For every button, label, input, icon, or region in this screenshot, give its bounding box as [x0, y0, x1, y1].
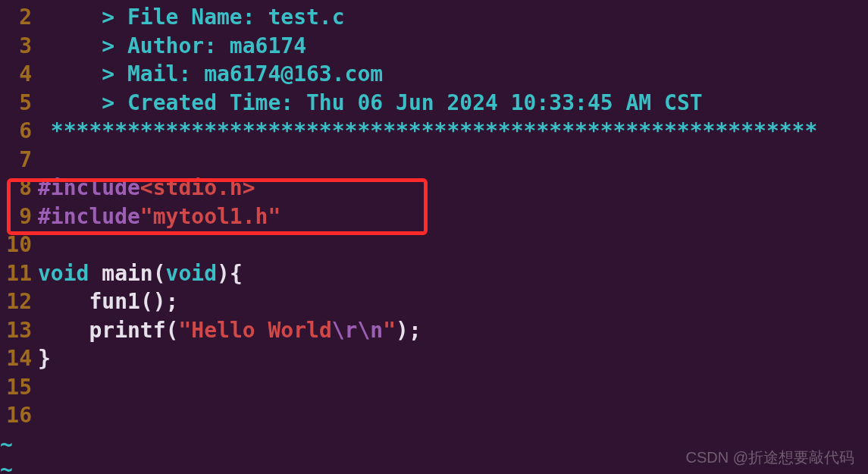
code-line[interactable]: 11void main(void){ [0, 259, 868, 288]
line-number: 6 [0, 117, 38, 146]
line-number: 15 [0, 373, 38, 402]
code-line[interactable]: 5 > Created Time: Thu 06 Jun 2024 10:33:… [0, 89, 868, 118]
code-line[interactable]: 10 [0, 231, 868, 259]
code-line[interactable]: 2 > File Name: test.c [0, 3, 868, 32]
line-number: 2 [0, 3, 38, 32]
code-line[interactable]: 3 > Author: ma6174 [0, 32, 868, 61]
code-line[interactable]: 8#include<stdio.h> [0, 174, 868, 202]
code-content: void main(void){ [38, 259, 868, 288]
line-number: 5 [0, 89, 38, 118]
code-content: #include<stdio.h> [38, 174, 868, 202]
line-number: 4 [0, 60, 38, 89]
line-number: 13 [0, 316, 38, 345]
code-content [38, 146, 868, 174]
code-content: ****************************************… [38, 117, 868, 146]
code-content: > Mail: ma6174@163.com [38, 60, 868, 89]
watermark-text: CSDN @折途想要敲代码 [685, 447, 854, 468]
code-content: #include"mytool1.h" [38, 202, 868, 231]
code-content: } [38, 344, 868, 373]
code-line[interactable]: 12 fun1(); [0, 287, 868, 316]
code-content [38, 373, 868, 402]
code-line[interactable]: 13 printf("Hello World\r\n"); [0, 316, 868, 345]
line-number: 16 [0, 401, 38, 430]
line-number: 7 [0, 146, 38, 174]
code-content: > Created Time: Thu 06 Jun 2024 10:33:45… [38, 89, 868, 118]
code-content [38, 231, 868, 259]
code-line[interactable]: 9#include"mytool1.h" [0, 202, 868, 231]
code-content: > Author: ma6174 [38, 32, 868, 61]
line-number: 10 [0, 231, 38, 259]
code-content: printf("Hello World\r\n"); [38, 316, 868, 345]
line-number: 14 [0, 344, 38, 373]
code-line[interactable]: 14} [0, 344, 868, 373]
line-number: 3 [0, 32, 38, 61]
code-line[interactable]: 15 [0, 373, 868, 402]
code-line[interactable]: 7 [0, 146, 868, 174]
code-content [38, 401, 868, 430]
line-number: 11 [0, 259, 38, 288]
code-editor[interactable]: 2 > File Name: test.c3 > Author: ma61744… [0, 0, 868, 474]
code-content: fun1(); [38, 287, 868, 316]
code-line[interactable]: 6 **************************************… [0, 117, 868, 146]
code-line[interactable]: 4 > Mail: ma6174@163.com [0, 60, 868, 89]
code-line[interactable]: 16 [0, 401, 868, 430]
line-number: 9 [0, 202, 38, 231]
code-content: > File Name: test.c [38, 3, 868, 32]
line-number: 12 [0, 287, 38, 316]
line-number: 8 [0, 174, 38, 202]
